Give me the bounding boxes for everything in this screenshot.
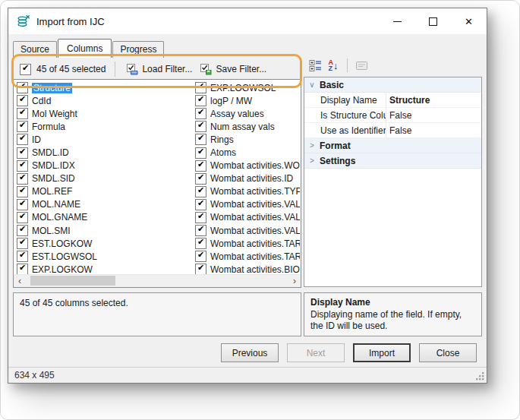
list-item[interactable]: Rings [195,133,300,146]
category-format[interactable]: > Format [304,138,481,153]
item-checkbox[interactable] [195,121,206,132]
tab-progress[interactable]: Progress [112,41,164,58]
item-checkbox[interactable] [17,199,28,210]
item-checkbox[interactable] [195,238,206,249]
property-name: Is Structure Colu [304,108,386,122]
list-item[interactable]: SMDL.SID [17,172,190,185]
item-checkbox[interactable] [17,134,28,145]
list-item[interactable]: Wombat activities.TARG [195,237,300,250]
list-item[interactable]: Wombat activities.VALUI [195,198,300,211]
item-checkbox[interactable] [195,108,206,119]
property-sheet-icon [355,59,368,72]
next-button[interactable]: Next [287,343,345,362]
item-checkbox[interactable] [195,134,206,145]
item-checkbox[interactable] [195,147,206,159]
item-checkbox[interactable] [195,225,206,236]
item-checkbox[interactable] [17,225,28,236]
close-icon: ✕ [465,16,473,27]
tab-source[interactable]: Source [13,41,57,58]
scroll-left-arrow-icon[interactable]: ‹ [14,275,26,287]
item-checkbox[interactable] [17,186,28,197]
item-checkbox[interactable] [195,95,206,106]
list-item[interactable]: Wombat activities.TARG [195,250,300,263]
show-description-button-disabled[interactable] [352,57,370,74]
list-item[interactable]: EST.LOGKOW [17,237,190,250]
list-item[interactable]: EST.LOGWSOL [17,250,190,263]
list-item[interactable]: Wombat activities.VALUI [195,211,300,224]
close-button[interactable]: ✕ [451,8,487,34]
list-item[interactable]: Wombat activities.ID [195,172,300,185]
list-item[interactable]: CdId [17,94,190,107]
category-basic[interactable]: ∨ Basic [304,77,481,93]
list-item[interactable]: SMDL.ID [17,146,190,159]
load-filter-button[interactable]: Load Filter... [122,62,196,77]
scrollbar-thumb[interactable] [30,276,115,286]
title-bar: Import from IJC ✕ [8,8,487,34]
list-item[interactable]: Wombat activities.WOM [195,159,300,172]
load-filter-icon [126,63,138,75]
import-button[interactable]: Import [353,343,411,362]
list-item[interactable]: Assay values [195,107,300,120]
list-item[interactable]: ID [17,133,190,146]
item-checkbox[interactable] [17,238,28,249]
dialog-size-label: 634 x 495 [14,370,55,381]
screenshot-canvas: Import from IJC ✕ Source Columns Progres… [0,0,520,420]
load-filter-label: Load Filter... [142,64,192,74]
list-item[interactable]: MOL.SMI [17,224,190,237]
property-value[interactable]: Structure [386,93,481,107]
summary-box: 45 of 45 columns selected. [13,292,301,336]
categorized-view-button[interactable] [306,57,324,74]
item-checkbox[interactable] [17,251,28,262]
list-item[interactable]: logP / MW [195,94,300,107]
item-checkbox[interactable] [17,147,28,159]
tab-columns[interactable]: Columns [58,39,112,58]
property-value[interactable]: False [386,108,481,122]
item-checkbox[interactable] [17,160,28,172]
item-checkbox[interactable] [17,121,28,132]
save-filter-label: Save Filter... [216,64,266,74]
item-checkbox[interactable] [17,212,28,223]
item-checkbox[interactable] [195,160,206,172]
scroll-right-arrow-icon[interactable]: › [288,275,301,287]
item-checkbox[interactable] [17,108,28,119]
list-item[interactable]: Structure [17,81,190,94]
previous-button[interactable]: Previous [221,343,279,362]
category-settings[interactable]: > Settings [304,153,481,169]
list-item[interactable]: Atoms [195,146,300,159]
select-all-checkbox[interactable] [20,64,31,75]
item-checkbox[interactable] [195,251,206,262]
list-item[interactable]: Num assay vals [195,120,300,133]
item-checkbox[interactable] [195,186,206,197]
item-checkbox[interactable] [195,173,206,185]
sort-alphabetical-button[interactable]: A Z ↓ [324,57,342,74]
list-item[interactable]: Wombat activities.VALUI [195,224,300,237]
item-checkbox[interactable] [195,82,206,93]
item-checkbox[interactable] [195,199,206,210]
list-item[interactable]: MOL.GNAME [17,211,190,224]
horizontal-scrollbar[interactable]: ‹ › [14,274,301,287]
list-item[interactable]: Mol Weight [17,107,190,120]
list-item[interactable]: SMDL.IDX [17,159,190,172]
toolbar-separator [347,58,348,72]
app-icon [17,14,30,28]
item-checkbox[interactable] [195,212,206,223]
minimize-button[interactable] [380,8,415,34]
list-item[interactable]: EXP.LOGWSOL [195,81,300,94]
list-item[interactable]: Formula [17,120,190,133]
list-item[interactable]: MOL.REF [17,185,190,198]
item-checkbox[interactable] [17,82,28,93]
list-item[interactable]: Wombat activities.TYPE [195,185,300,198]
save-filter-icon [200,63,212,75]
resize-grip[interactable] [475,371,485,381]
maximize-button[interactable] [415,8,451,34]
chevron-down-icon: ∨ [304,81,320,89]
property-name: Display Name [304,93,386,107]
property-value[interactable]: False [386,123,481,137]
list-item[interactable]: MOL.NAME [17,198,190,211]
scrollbar-track[interactable] [26,275,288,287]
close-dialog-button[interactable]: Close [419,343,477,362]
item-checkbox[interactable] [17,173,28,185]
minimize-icon [393,21,402,22]
save-filter-button[interactable]: Save Filter... [196,62,270,77]
item-checkbox[interactable] [17,95,28,106]
